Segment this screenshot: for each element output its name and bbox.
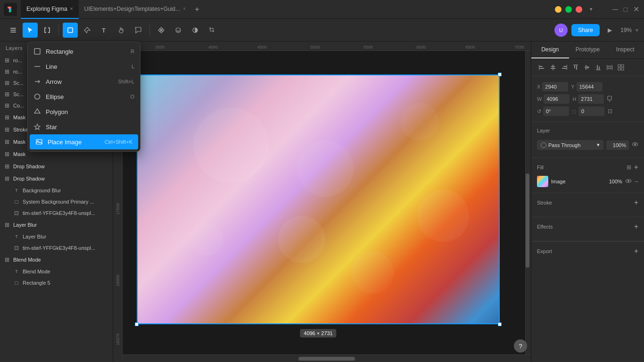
tabs-overflow-button[interactable]: ▾	[590, 6, 593, 12]
pen-tool-button[interactable]	[80, 23, 95, 38]
layer-section-bgblur[interactable]: ⊞ Drop Shadow	[0, 173, 113, 185]
layer-section-blendmode[interactable]: ⊞ Blend Mode	[0, 254, 113, 266]
menu-item-polygon[interactable]: Polygon	[28, 104, 140, 119]
zoom-chevron-icon[interactable]: ▾	[636, 27, 638, 33]
hand-tool-button[interactable]	[114, 23, 129, 38]
tab-design[interactable]: Design	[531, 41, 569, 58]
opacity-value[interactable]: 100%	[606, 140, 629, 150]
list-item[interactable]: □ Rectangle 5	[0, 277, 113, 288]
align-left-button[interactable]	[537, 63, 546, 72]
list-item[interactable]: T Blend Mode	[0, 266, 113, 277]
menu-item-label: Polygon	[46, 108, 130, 115]
fill-grid-icon[interactable]: ⊞	[627, 164, 631, 171]
window-x-icon[interactable]: ✕	[633, 5, 639, 14]
add-effect-button[interactable]: +	[634, 223, 638, 230]
w-value[interactable]: 4096	[544, 94, 570, 104]
window-minimize[interactable]	[555, 6, 561, 13]
svg-rect-32	[551, 66, 555, 67]
align-middle-button[interactable]	[582, 63, 592, 72]
tab-exploring-figma[interactable]: Exploring Figma ×	[21, 0, 79, 19]
svg-rect-46	[607, 65, 608, 70]
help-button[interactable]: ?	[514, 339, 527, 353]
fill-opacity[interactable]: 100%	[609, 179, 622, 184]
text-tool-button[interactable]: T	[97, 23, 112, 38]
visibility-toggle[interactable]	[632, 141, 638, 149]
menu-item-rectangle[interactable]: Rectangle R	[28, 44, 140, 59]
frame-handle-top-right[interactable]	[498, 73, 502, 76]
scroll-thumb[interactable]	[298, 357, 355, 361]
frame-tool-button[interactable]	[40, 23, 55, 38]
shape-tool-button[interactable]	[63, 23, 78, 38]
alignment-toolbar	[531, 59, 644, 76]
user-avatar[interactable]: U	[554, 24, 568, 37]
add-export-button[interactable]: +	[634, 247, 638, 255]
tab-prototype[interactable]: Prototype	[569, 41, 607, 58]
x-value[interactable]: 2940	[542, 82, 568, 91]
menu-item-ellipse[interactable]: Ellipse O	[28, 89, 140, 104]
add-stroke-button[interactable]: +	[634, 199, 638, 206]
remove-fill-icon[interactable]: −	[635, 178, 638, 185]
menu-item-star[interactable]: Star	[28, 119, 140, 134]
svg-rect-42	[587, 66, 588, 69]
y-value[interactable]: 15644	[577, 82, 603, 91]
tab-close-icon-2[interactable]: ×	[183, 6, 186, 11]
stroke-section: Stroke +	[531, 193, 644, 217]
tab-ui-elements[interactable]: UIElements+DesignTemplates+Guid... ×	[79, 0, 191, 19]
move-tool-button[interactable]	[23, 23, 38, 38]
mask-tool[interactable]	[171, 23, 186, 38]
list-item[interactable]: ⊡ tim-stief-YFFGkE3y4F8-unspl...	[0, 207, 113, 219]
contrast-tool[interactable]	[188, 23, 203, 38]
horizontal-scrollbar[interactable]	[123, 354, 531, 362]
list-item[interactable]: □ System Background Primary ...	[0, 196, 113, 207]
vertical-scrollbar[interactable]	[525, 51, 531, 354]
tidy-button[interactable]	[616, 63, 626, 72]
zoom-level[interactable]: 19%	[620, 27, 632, 33]
corner-value[interactable]: 0	[578, 107, 604, 116]
window-min-icon[interactable]: ─	[612, 5, 618, 14]
align-center-h-button[interactable]	[548, 63, 558, 72]
window-close[interactable]	[576, 6, 582, 13]
align-right-button[interactable]	[560, 63, 569, 72]
list-item[interactable]: T Layer Blur	[0, 231, 113, 242]
ruler-label: 5500	[363, 45, 373, 49]
ruler-label: 6500	[465, 45, 475, 49]
menu-item-arrow[interactable]: Arrow Shift+L	[28, 74, 140, 89]
list-item[interactable]: T Background Blur	[0, 185, 113, 196]
rotation-value[interactable]: 0°	[543, 107, 569, 116]
layer-section-layerblur[interactable]: ⊞ Layer Blur	[0, 219, 113, 231]
main-menu-button[interactable]	[6, 23, 21, 38]
align-bottom-button[interactable]	[594, 63, 603, 72]
frame-handle-bottom-right[interactable]	[498, 322, 502, 326]
vertical-scroll-thumb[interactable]	[526, 173, 529, 268]
expand-corner-icon[interactable]: ⊡	[606, 107, 614, 115]
align-top-button[interactable]	[571, 63, 580, 72]
menu-item-place-image[interactable]: Place Image Ctrl+Shift+K	[30, 134, 138, 149]
menu-item-line[interactable]: Line L	[28, 59, 140, 74]
figma-logo[interactable]	[4, 3, 17, 16]
frame-size-label: 4096 × 2731	[300, 329, 336, 337]
crop-tool[interactable]	[205, 23, 220, 38]
corner-label: ◌	[572, 108, 577, 115]
share-button[interactable]: Share	[571, 24, 600, 36]
frame-handle-bottom-left[interactable]	[135, 322, 139, 326]
present-button[interactable]: ▶	[603, 24, 617, 37]
constrain-proportions-icon[interactable]	[606, 95, 613, 103]
list-item[interactable]: ⊡ tim-stief-YFFGkE3y4F8-unspl...	[0, 242, 113, 254]
tab-inspect[interactable]: Inspect	[606, 41, 644, 58]
window-maximize[interactable]	[565, 6, 572, 13]
distribute-button[interactable]	[605, 63, 614, 72]
component-tool[interactable]	[154, 23, 169, 38]
layer-section-dropshadow2[interactable]: ⊞ Drop Shadow	[0, 160, 113, 173]
fill-swatch[interactable]	[537, 176, 548, 187]
fill-visibility-icon[interactable]	[625, 178, 632, 186]
svg-marker-17	[34, 109, 40, 113]
comment-tool-button[interactable]	[131, 23, 146, 38]
tab-close-icon[interactable]: ×	[70, 6, 73, 11]
image-frame[interactable]: 4096 × 2731	[137, 74, 500, 324]
h-value[interactable]: 2731	[578, 94, 604, 104]
canvas[interactable]: 3500 4000 4500 5000 5500 6000 6500 7036 …	[113, 41, 531, 362]
add-fill-button[interactable]: +	[634, 164, 638, 171]
blend-mode-dropdown[interactable]: Pass Through ▾	[537, 140, 603, 150]
tab-add-button[interactable]: +	[191, 4, 203, 15]
window-restore-icon[interactable]: □	[624, 6, 627, 13]
